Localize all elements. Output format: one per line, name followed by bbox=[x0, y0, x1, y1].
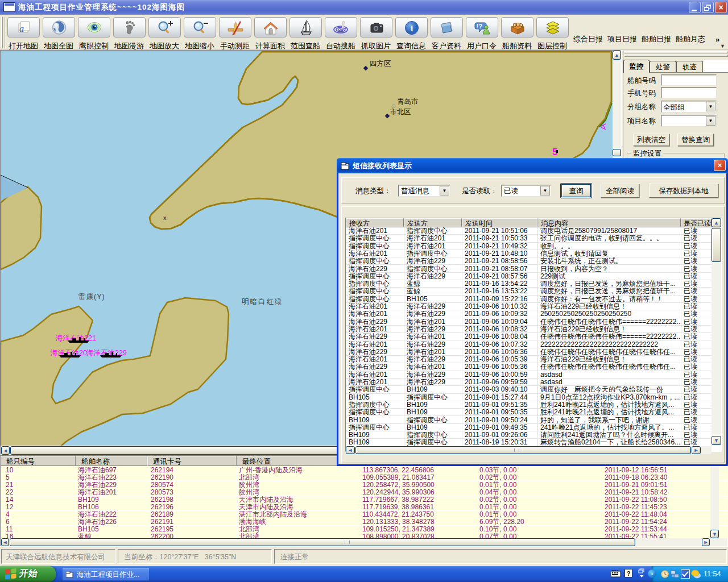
svg-text:市北区: 市北区 bbox=[390, 108, 411, 116]
svg-text:a: a bbox=[19, 24, 24, 34]
svg-text:明暗白红绿: 明暗白红绿 bbox=[242, 298, 283, 306]
svg-text:四方区: 四方区 bbox=[370, 60, 391, 68]
svg-text:i: i bbox=[411, 24, 413, 33]
svg-text:x: x bbox=[163, 214, 167, 221]
svg-text:青岛市: 青岛市 bbox=[397, 98, 419, 106]
svg-text:!?: !? bbox=[477, 23, 483, 30]
svg-text:雷康(Y): 雷康(Y) bbox=[78, 293, 105, 301]
